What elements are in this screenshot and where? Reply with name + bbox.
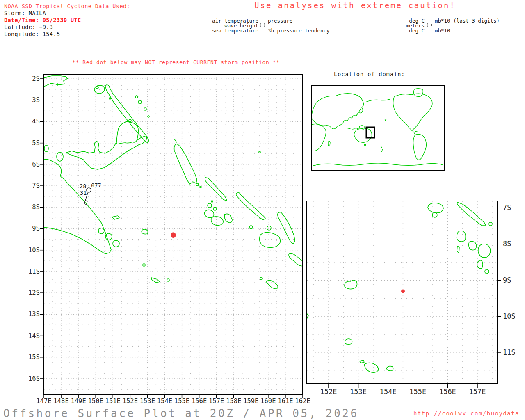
legend-mb10-label: mb*10 <box>435 27 450 34</box>
storm-position-dot <box>401 289 405 293</box>
axis-tick-label: 4S <box>15 118 40 125</box>
axis-tick-label: 11S <box>15 268 40 275</box>
inset-coastlines <box>307 202 492 372</box>
station-circle-icon <box>87 188 91 192</box>
axis-tick-label: 155E <box>402 388 434 396</box>
station-circle-icon <box>260 23 265 27</box>
axis-tick-label: 7S <box>15 182 40 189</box>
axis-tick-label: 11S <box>503 348 525 356</box>
storm-position-dot <box>171 232 176 238</box>
axis-tick-label: 2S <box>15 75 40 82</box>
axis-tick-label: 8S <box>15 203 40 211</box>
storm-name-line: Storm: MAILA <box>4 10 46 16</box>
latitude-line: Latitude: −9.3 <box>4 24 53 30</box>
inset-map-ticks <box>329 208 501 388</box>
legend-pressure-tendency-label: 3h pressure tendency <box>268 27 330 34</box>
axis-tick-label: 3S <box>15 96 40 104</box>
axis-tick-label: 13S <box>15 310 40 318</box>
domain-location-label: Location of domain: <box>334 71 405 78</box>
axis-tick-label: 10S <box>15 247 40 254</box>
axis-tick-label: 10S <box>503 312 525 320</box>
axis-tick-label: 8S <box>503 240 525 248</box>
axis-tick-label: 16S <box>15 375 40 382</box>
world-coastlines <box>312 89 443 166</box>
axis-tick-label: 9S <box>503 276 525 284</box>
axis-tick-label: 6S <box>15 161 40 168</box>
station-circle-icon <box>427 23 432 27</box>
station-air-temperature: 28 <box>80 183 86 189</box>
station-sea-temperature: 31 <box>80 189 87 196</box>
axis-tick-label: 152E <box>313 388 344 396</box>
datetime-line: Date/Time: 05/2330 UTC <box>4 17 81 23</box>
storm-position-warning: ** Red dot below may NOT represent CURRE… <box>72 59 280 65</box>
legend-sea-temperature-label: sea temperature <box>176 27 258 34</box>
axis-tick-label: 14S <box>15 332 40 340</box>
data-source-line: NOAA SSD Tropical Cyclone Data Used: <box>4 3 130 9</box>
axis-tick-label: 154E <box>372 388 404 396</box>
axis-tick-label: 15S <box>15 354 40 361</box>
station-observation-plot: 28 077 31 <box>80 182 101 205</box>
axis-tick-label: 12S <box>15 289 40 297</box>
longitude-line: Longitude: 154.5 <box>4 31 60 37</box>
axis-tick-label: 5S <box>15 139 40 147</box>
world-locator-map <box>312 85 444 170</box>
main-map: 28 077 31 <box>44 74 303 395</box>
legend-pressure-label: pressure <box>268 18 292 24</box>
axis-tick-label: 7S <box>503 203 525 212</box>
plot-title: Offshore Surface Plot at 20Z / APR 05, 2… <box>3 407 359 420</box>
axis-tick-label: 157E <box>462 388 493 396</box>
legend-mb10-last3-label: mb*10 (last 3 digits) <box>435 18 500 24</box>
station-pressure: 077 <box>91 182 101 189</box>
axis-tick-label: 162E <box>290 397 315 405</box>
axis-tick-label: 156E <box>432 388 463 396</box>
main-map-ticks <box>40 79 303 398</box>
legend-degc-bot-label: deg C <box>363 27 425 34</box>
axis-tick-label: 9S <box>15 225 40 232</box>
axis-tick-label: 153E <box>343 388 374 396</box>
offshore-surface-plot-page: { "header": { "source_line": "NOAA SSD T… <box>0 0 525 420</box>
caution-banner: Use analyses with extreme caution! <box>254 1 456 10</box>
inset-zoom-map <box>307 201 497 383</box>
source-url: http://coolwx.com/buoydata <box>413 410 519 417</box>
